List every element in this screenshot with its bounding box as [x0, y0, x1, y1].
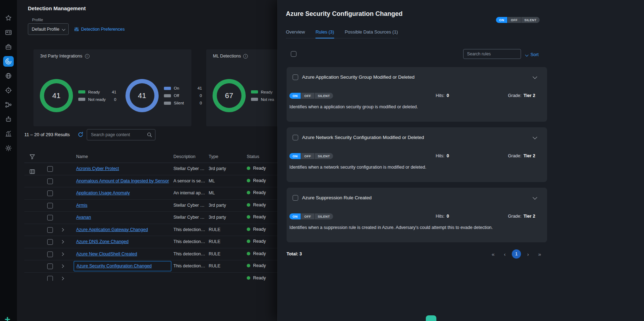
first-page-icon[interactable]: « [489, 249, 498, 259]
row-checkbox[interactable] [47, 178, 53, 184]
row-checkbox[interactable] [47, 239, 53, 245]
star-icon[interactable] [5, 14, 12, 22]
select-all-checkbox[interactable] [291, 51, 296, 57]
info-icon[interactable]: i [243, 54, 248, 59]
plus-sparkle-icon[interactable]: + [5, 315, 10, 321]
row-description: This detection… [173, 227, 205, 232]
toggle-silent[interactable]: SILENT [314, 213, 333, 219]
row-checkbox[interactable] [47, 166, 53, 172]
globe-icon[interactable] [5, 72, 12, 80]
column-header-description[interactable]: Description [173, 154, 196, 159]
prev-page-icon[interactable]: ‹ [500, 249, 509, 259]
toggle-on[interactable]: ON [289, 93, 301, 99]
bot-icon[interactable] [5, 115, 12, 123]
row-type: ML [209, 190, 215, 195]
pagination: « ‹ 1 › » [489, 249, 544, 259]
row-name-link[interactable]: Avanan [76, 215, 91, 220]
expand-chevron-icon[interactable] [61, 265, 64, 268]
detections-table: Name Description Type Status Acronis Cyb… [24, 151, 293, 281]
row-type: 3rd party [209, 203, 226, 208]
row-status: Ready [247, 178, 266, 183]
rule-checkbox[interactable] [293, 135, 298, 140]
row-name-link[interactable]: Acronis Cyber Protect [76, 166, 119, 171]
donut-value: 41 [125, 79, 159, 112]
row-description: This detection… [173, 239, 205, 244]
donut-chart: 41 [40, 79, 73, 112]
filter-icon[interactable] [29, 154, 35, 160]
last-page-icon[interactable]: » [535, 249, 544, 259]
panel-title: Azure Security Configuration Changed [286, 10, 403, 18]
chart-icon[interactable] [5, 130, 12, 138]
row-name-link[interactable]: Azure Security Configuration Changed [74, 261, 171, 271]
expand-chevron-icon[interactable] [61, 240, 64, 244]
chat-widget-icon[interactable] [426, 315, 436, 321]
legend-swatch [164, 87, 171, 90]
toggle-on[interactable]: ON [289, 153, 301, 159]
status-dot [247, 252, 250, 255]
row-checkbox[interactable] [47, 215, 53, 220]
row-checkbox[interactable] [47, 203, 53, 208]
row-checkbox[interactable] [47, 264, 53, 269]
toggle-on[interactable]: ON [496, 17, 507, 23]
rule-state-toggle: ONOFFSILENT [289, 93, 333, 99]
toggle-silent[interactable]: SILENT [314, 93, 333, 99]
row-name-link[interactable]: Azure Application Gateway Changed [76, 227, 148, 232]
toggle-off[interactable]: OFF [301, 93, 314, 99]
row-checkbox[interactable] [47, 227, 53, 233]
tab-rules-3[interactable]: Rules (3) [315, 29, 334, 38]
tab-possible-data-sources-1[interactable]: Possible Data Sources (1) [345, 29, 398, 38]
toggle-silent[interactable]: SILENT [521, 17, 540, 23]
table-row: Azure Security Configuration Changed Thi… [24, 260, 293, 273]
expand-chevron-icon[interactable] [61, 252, 64, 256]
row-checkbox[interactable] [47, 252, 53, 257]
table-row: Azure Application Gateway Changed This d… [24, 224, 293, 236]
chevron-down-icon[interactable] [533, 135, 537, 139]
table-row: Application Usage Anomaly An internal ap… [24, 187, 293, 200]
radar-icon[interactable] [3, 56, 14, 67]
column-header-name[interactable]: Name [76, 154, 88, 159]
gear-icon[interactable] [5, 144, 12, 152]
rules-search-input[interactable] [463, 49, 521, 59]
next-page-icon[interactable]: › [523, 249, 533, 259]
detection-state-toggle: ONOFFSILENT [496, 17, 540, 23]
rule-card: Azure Network Security Configuration Mod… [287, 127, 547, 182]
app-window: + Detection Management Profile Default P… [0, 0, 644, 321]
tab-overview[interactable]: Overview [286, 29, 305, 38]
column-header-status[interactable]: Status [247, 154, 259, 159]
row-name-link[interactable]: Armis [76, 203, 87, 208]
toggle-on[interactable]: ON [289, 213, 301, 219]
column-header-type[interactable]: Type [209, 154, 218, 159]
sort-control[interactable]: Sort [526, 52, 539, 57]
profile-select[interactable]: Default Profile [28, 23, 69, 35]
briefcase-icon[interactable] [5, 43, 12, 51]
flow-icon[interactable] [5, 101, 12, 109]
detection-preferences-link[interactable]: Detection Preferences [74, 27, 125, 32]
rule-description: Identifies when a suppression rule is cr… [289, 225, 493, 230]
toggle-off[interactable]: OFF [301, 153, 314, 159]
chevron-down-icon[interactable] [533, 74, 537, 79]
row-name-link[interactable]: Anomalous Amount of Data Ingested by Sen… [76, 178, 169, 183]
row-name-link[interactable]: Azure New CloudShell Created [76, 252, 137, 256]
page-search-input[interactable] [87, 129, 155, 140]
legend-swatch [164, 102, 171, 105]
row-checkbox[interactable] [47, 276, 53, 281]
info-icon[interactable]: i [85, 54, 90, 59]
row-name-link[interactable]: Azure DNS Zone Changed [76, 239, 129, 244]
toggle-off[interactable]: OFF [301, 213, 314, 219]
rule-checkbox[interactable] [293, 195, 298, 201]
toggle-off[interactable]: OFF [507, 17, 521, 23]
page-title: Detection Management [28, 5, 86, 11]
profile-label: Profile [32, 18, 43, 22]
toggle-silent[interactable]: SILENT [314, 153, 333, 159]
rule-state-toggle: ONOFFSILENT [289, 213, 333, 219]
chevron-down-icon[interactable] [533, 195, 537, 200]
row-checkbox[interactable] [47, 190, 53, 196]
refresh-icon[interactable] [78, 132, 84, 138]
card-icon[interactable] [5, 29, 12, 36]
current-page[interactable]: 1 [512, 249, 521, 259]
expand-chevron-icon[interactable] [61, 277, 64, 280]
row-name-link[interactable]: Application Usage Anomaly [76, 190, 130, 195]
expand-chevron-icon[interactable] [61, 228, 64, 231]
rule-checkbox[interactable] [293, 74, 298, 80]
target-icon[interactable] [5, 86, 12, 94]
